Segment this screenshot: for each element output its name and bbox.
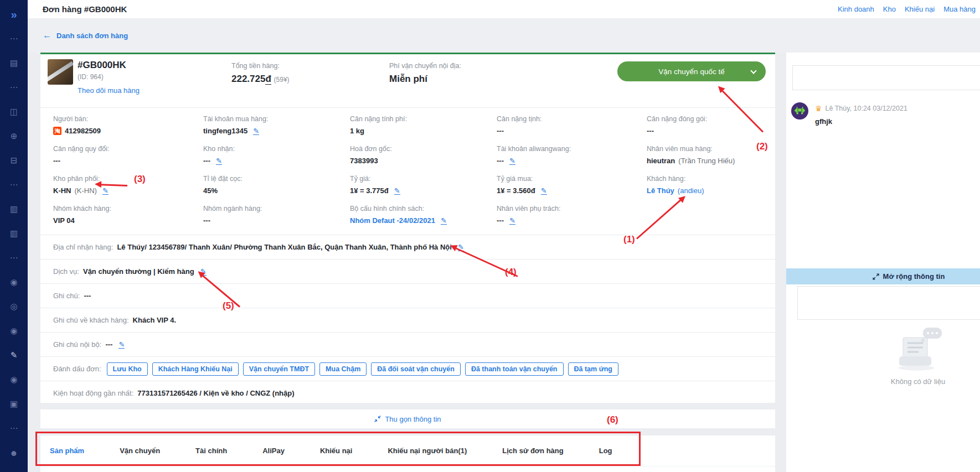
sidebar-more-icon[interactable]: ⋯ [0,173,28,197]
intl-shipping-button[interactable]: Vận chuyển quốc tế [617,61,766,81]
order-total-amount: 222.725 [231,74,265,84]
order-detail-row: Ghi chú về khách hàng: Khách VIP 4. [40,308,775,332]
field-label: Nhóm khách hàng: [53,205,203,212]
field-label: Cân nặng tính phí: [350,115,497,123]
sidebar-more-icon[interactable]: ⋯ [0,27,28,51]
field-label: Tài khoản aliwangwang: [497,145,647,153]
annotation-label-2: (2) [756,141,768,152]
field-label: Cân nặng tịnh: [497,115,647,123]
taobao-icon: 淘 [53,127,61,135]
tab-khieu-nai-nguoi-ban[interactable]: Khiếu nại người bán(1) [388,435,467,466]
order-field: Cân nặng tính phí: 1 kg [350,115,497,145]
order-field: Cân nặng quy đổi: --- [53,145,203,175]
edit-icon[interactable]: ✎ [216,157,222,165]
back-arrow-icon: ← [43,31,51,40]
order-tag-button[interactable]: Đã thanh toán vận chuyển [465,362,564,376]
order-tag-button[interactable]: Khách Hàng Khiếu Nại [152,362,239,376]
sidebar-community-icon[interactable]: ◉ [0,367,28,392]
field-value: Lê Thúy [647,186,674,195]
order-tag-button[interactable]: Mua Chậm [319,362,367,376]
order-tabs: Sản phẩm Vận chuyển Tài chính AliPay Khi… [40,435,775,466]
tab-alipay[interactable]: AliPay [262,435,285,466]
edit-icon[interactable]: ✎ [102,187,109,195]
order-field: Tài khoản aliwangwang: --- ✎ [497,145,647,175]
sidebar-globe-icon[interactable]: ⊕ [0,124,28,148]
sidebar-support-icon[interactable]: ◉ [0,319,28,343]
sidebar-more-icon[interactable]: ⋯ [0,246,28,270]
order-tag-button[interactable]: Đã đối soát vận chuyển [371,362,461,376]
collapse-info-link[interactable]: Thu gọn thông tin [374,415,441,423]
tab-label: Vận chuyển [120,447,160,455]
detail-row-label: Ghi chú: [53,292,80,300]
edit-icon[interactable]: ✎ [394,187,400,195]
sidebar-sitemap-icon[interactable]: ⊟ [0,148,28,173]
tab-label: Khiếu nại [320,447,353,455]
chat-panel: ♛ Lê Thúy, 10:24 03/12/2021 gfhjk Mở rộn… [786,53,980,472]
field-value: --- [203,157,210,165]
tab-van-chuyen[interactable]: Vận chuyển [120,435,160,466]
back-link-label: Danh sách đơn hàng [56,32,128,40]
edit-icon[interactable]: ✎ [541,187,547,195]
field-value-suffix: (andieu) [678,186,704,195]
field-label: Kho nhận: [203,145,350,153]
empty-state: Không có dữ liệu [852,326,980,386]
order-field: Kho nhận: --- ✎ [203,145,350,175]
sidebar-document-icon[interactable]: ▥ [0,197,28,221]
field-label: Cân nặng quy đổi: [53,145,203,153]
tab-san-pham[interactable]: Sản phẩm [50,435,84,466]
order-field: Tỉ lệ đặt cọc: 45% [203,175,350,205]
expand-info-bar[interactable]: Mở rộng thông tin [786,268,980,284]
track-purchase-link[interactable]: Theo dõi mua hàng [78,86,140,95]
message-header: ♛ Lê Thúy, 10:24 03/12/2021 [815,105,907,112]
order-tag-button[interactable]: Vận chuyển TMĐT [243,362,315,376]
nav-kinh-doanh[interactable]: Kinh doanh [838,5,874,13]
nav-khieu-nai[interactable]: Khiếu nại [905,5,935,13]
order-code: #GB000HK [78,60,126,71]
tab-log[interactable]: Log [599,435,612,466]
sidebar-invoice-icon[interactable]: ▥ [0,221,28,246]
sidebar-edit-icon[interactable]: ✎ [0,343,28,367]
comment-input-box[interactable] [792,65,980,90]
detail-row-label: Địa chỉ nhận hàng: [53,243,113,251]
field-label: Tài khoản mua hàng: [203,115,350,123]
order-total: Tổng tiền hàng: 222.725đ (59¥) [231,62,290,85]
sidebar-archive-icon[interactable]: ▣ [0,392,28,416]
field-label: Tỷ giá mua: [497,175,647,183]
field-value: Nhóm Defaut -24/02/2021 [350,216,435,225]
field-value: --- [203,216,210,225]
order-detail-row: Ghi chú: --- [40,283,775,308]
annotation-label-4: (4) [505,267,517,278]
sidebar-finance-icon[interactable]: ◎ [0,294,28,319]
edit-icon[interactable]: ✎ [509,157,515,165]
sidebar-orders-icon[interactable]: ▤ [0,51,28,75]
detail-row-value: Lê Thúy/ 123456789/ Thanh Xuân/ Phường T… [117,243,451,251]
sidebar-expand-icon[interactable]: » [0,2,28,27]
tab-khieu-nai[interactable]: Khiếu nại [320,435,353,466]
note-box[interactable] [797,286,980,320]
order-info-card: #GB000HK (ID: 964) Theo dõi mua hàng Tổn… [40,53,775,403]
tab-lich-su-don-hang[interactable]: Lịch sử đơn hàng [502,435,563,466]
sidebar-more-icon[interactable]: ⋯ [0,75,28,100]
intl-shipping-button-label: Vận chuyển quốc tế [658,68,724,76]
order-tag-button[interactable]: Đã tạm ứng [568,362,618,376]
detail-row-value: --- [105,340,112,349]
last-activity-value: 773131571265426 / Kiện về kho / CNGZ (nh… [137,389,294,397]
field-label: Tỷ giá: [350,175,497,183]
edit-icon[interactable]: ✎ [118,341,125,349]
edit-icon[interactable]: ✎ [253,127,259,135]
field-label: Tỉ lệ đặt cọc: [203,175,350,183]
order-field: Tỷ giá: 1¥ = 3.775đ ✎ [350,175,497,205]
edit-icon[interactable]: ✎ [441,217,447,225]
back-to-orders-link[interactable]: ← Danh sách đơn hàng [43,31,128,40]
order-tag-button[interactable]: Lưu Kho [107,362,148,376]
sidebar-modules-icon[interactable]: ◫ [0,100,28,124]
sidebar-chat-icon[interactable]: ◉ [0,270,28,294]
message-user-time: Lê Thúy, 10:24 03/12/2021 [826,105,907,112]
tab-tai-chinh[interactable]: Tài chính [195,435,227,466]
edit-icon[interactable]: ✎ [509,217,515,225]
sidebar-more-icon[interactable]: ⋯ [0,416,28,440]
product-thumbnail[interactable] [48,59,73,85]
nav-mua-hang[interactable]: Mua hàng [943,5,976,13]
sidebar-user-icon[interactable]: ☻ [0,440,28,465]
nav-kho[interactable]: Kho [883,5,896,13]
